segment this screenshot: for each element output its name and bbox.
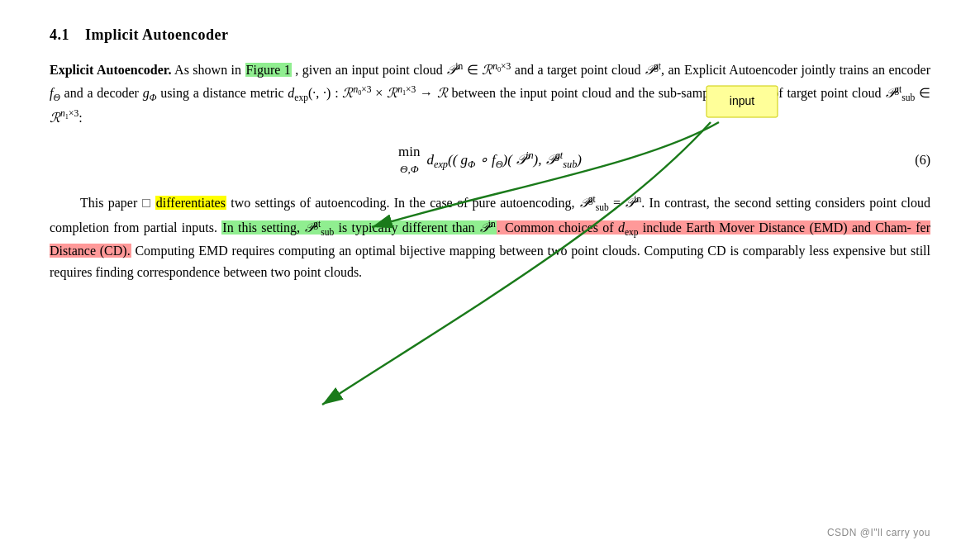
text-this-paper: This paper (80, 196, 137, 210)
sup-n0x3-2: n0×3 (353, 84, 371, 94)
equation-content: min Θ,Φ (398, 144, 420, 177)
highlight-green-setting: In this setting, 𝒫gtsub is typically dif… (221, 220, 497, 235)
highlight-differentiates: differentiates (155, 196, 226, 210)
sup-n0x3: n0×3 (492, 61, 511, 71)
paragraph-explicit-autoencoder: Explicit Autoencoder. As shown in Figure… (50, 59, 930, 129)
sub-theta2: Θ (496, 159, 503, 170)
math-P-sub-gt: 𝒫 (885, 86, 894, 100)
bold-label: Explicit Autoencoder. (50, 63, 171, 77)
section-number: 4.1 (50, 26, 69, 43)
math-P-sub-gt2: 𝒫 (545, 152, 555, 168)
math-P-in2: 𝒫 (516, 152, 526, 168)
math-R4: ℛ (437, 86, 448, 100)
sup-gt4: gt (588, 194, 596, 204)
math-P-in: 𝒫 (446, 63, 455, 77)
sup-gt-2: gt (894, 84, 902, 94)
sub-phi: Φ (150, 92, 157, 102)
math-R5: ℛ (50, 111, 60, 125)
math-d: d (427, 152, 435, 168)
sup-in: in (455, 61, 463, 71)
watermark: CSDN @I"ll carry you (827, 527, 930, 538)
sub-sub3: sub (596, 202, 609, 212)
min-operator: min (398, 144, 420, 159)
math-R: ℛ (482, 63, 492, 77)
min-subscript: Θ,Φ (400, 163, 419, 175)
sup-gt3: gt (555, 149, 564, 161)
sub-sub2: sub (563, 159, 577, 170)
sub-exp: exp (294, 92, 308, 102)
text-as-shown: As shown in (174, 63, 245, 77)
equation-number: (6) (915, 153, 930, 168)
sup-n1x3: n1×3 (397, 84, 416, 94)
sup-gt: gt (654, 61, 661, 71)
section-title: Implicit Autoencoder (85, 26, 229, 43)
sup-n1x3-2: n1×3 (60, 108, 78, 118)
page: 4.1 Implicit Autoencoder Explicit Autoen… (0, 0, 980, 545)
sub-exp2: exp (434, 159, 448, 170)
figure-link[interactable]: Figure 1 (245, 63, 292, 77)
math-R2: ℛ (342, 86, 353, 100)
sup-in3: in (634, 194, 641, 204)
sub-theta: Θ (53, 92, 59, 102)
math-g-phi: g (143, 86, 150, 100)
sub-sub: sub (902, 92, 915, 102)
equation-formula: dexp(( gΦ ∘ fΘ)( 𝒫in), 𝒫gtsub) (427, 149, 582, 171)
section-heading: 4.1 Implicit Autoencoder (50, 26, 930, 44)
sub-phi2: Φ (468, 159, 475, 170)
sup-in2: in (526, 149, 534, 161)
equation-6: min Θ,Φ dexp(( gΦ ∘ fΘ)( 𝒫in), 𝒫gtsub) (… (50, 144, 930, 177)
paragraph-differentiates: This paper differentiates two settings o… (50, 192, 930, 284)
annotation-square (142, 199, 150, 207)
math-P-gt: 𝒫 (645, 63, 654, 77)
math-R3: ℛ (387, 86, 397, 100)
math-P-sub-gt3: 𝒫 (579, 196, 588, 210)
math-P-in3: 𝒫 (625, 196, 634, 210)
math-g2: g (461, 152, 469, 168)
